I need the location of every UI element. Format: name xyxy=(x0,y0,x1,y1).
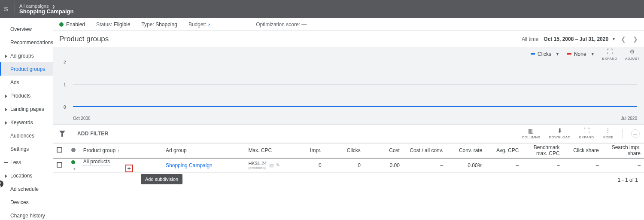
campaign-status-bar: Enabled Status: Eligible Type: Shopping … xyxy=(53,18,644,31)
chart-adjust-button[interactable]: ⚙ ADJUST xyxy=(625,48,640,61)
date-prev-button[interactable]: ❮ xyxy=(619,36,628,43)
col-cost[interactable]: Cost xyxy=(364,144,403,158)
chart-metric-secondary[interactable]: None ▼ xyxy=(567,50,595,59)
columns-icon: ▥ xyxy=(522,128,541,134)
sidebar-item-label: Ads xyxy=(10,79,19,86)
breadcrumb-current[interactable]: Shopping Campaign xyxy=(19,9,73,15)
select-all-checkbox[interactable] xyxy=(57,147,62,153)
left-sidebar: Overview Recommendations Ad groups Produ… xyxy=(0,18,53,220)
col-avg-cpc[interactable]: Avg. CPC xyxy=(486,144,522,158)
max-cpc-sub: (enhanced) xyxy=(248,166,267,170)
sidebar-less-toggle[interactable]: Less xyxy=(0,156,53,169)
metric-swatch-icon xyxy=(531,53,535,55)
col-search-impr-share[interactable]: Search impr. share xyxy=(602,144,644,158)
status-type: Type: Shopping xyxy=(141,21,177,28)
y-tick: 1 xyxy=(64,82,66,87)
sidebar-item-ad-schedule[interactable]: Ad schedule xyxy=(0,182,53,196)
chart-metric-primary[interactable]: Clicks ▼ xyxy=(531,50,559,59)
col-impr[interactable]: Impr. xyxy=(289,144,325,158)
chevron-down-icon: ▼ xyxy=(591,52,595,56)
cell-click-share: – xyxy=(563,158,602,173)
sidebar-item-landing-pages[interactable]: Landing pages xyxy=(0,102,53,116)
columns-button[interactable]: ▥COLUMNS xyxy=(522,128,541,140)
status-column-icon xyxy=(71,148,76,152)
chevron-down-icon[interactable]: ▼ xyxy=(73,167,76,171)
sidebar-item-label: Products xyxy=(10,93,30,99)
filter-icon[interactable] xyxy=(59,131,65,137)
col-max-cpc[interactable]: Max. CPC xyxy=(245,144,288,158)
table-row[interactable]: ▼ All products + Shopping Campaign HK$1.… xyxy=(53,158,644,173)
sidebar-item-keywords[interactable]: Keywords xyxy=(0,116,53,129)
sort-asc-icon: ↑ xyxy=(117,148,120,153)
cell-bench-cpc: – xyxy=(522,158,563,173)
sidebar-item-change-history[interactable]: Change history xyxy=(0,209,53,220)
sidebar-item-label: Settings xyxy=(10,146,29,152)
external-link-icon: ↗ xyxy=(207,22,210,27)
table-header-row: Product group↑ Ad group Max. CPC Impr. C… xyxy=(53,144,644,158)
chevron-down-icon: ▼ xyxy=(612,37,616,41)
chart-expand-button[interactable]: ⛶ EXPAND xyxy=(602,48,617,61)
sidebar-item-label: Audiences xyxy=(10,133,34,139)
more-vert-icon: ⋮ xyxy=(602,128,614,134)
date-next-button[interactable]: ❯ xyxy=(631,36,640,43)
x-tick: Oct 2008 xyxy=(73,116,91,121)
sidebar-item-locations[interactable]: Locations xyxy=(0,169,53,182)
sidebar-item-audiences[interactable]: Audiences xyxy=(0,129,53,142)
line-chart[interactable]: 2 1 0 xyxy=(73,62,637,115)
table-expand-button[interactable]: ⛶EXPAND xyxy=(579,128,594,140)
add-filter-button[interactable]: ADD FILTER xyxy=(77,131,108,137)
metric-swatch-icon xyxy=(567,53,571,55)
sidebar-item-settings[interactable]: Settings xyxy=(0,142,53,156)
sidebar-item-label: Devices xyxy=(10,199,29,205)
cell-avg-cpc: – xyxy=(486,158,522,173)
sidebar-item-overview[interactable]: Overview xyxy=(0,22,53,36)
sidebar-item-ads[interactable]: Ads xyxy=(0,76,53,89)
cell-impr: 0 xyxy=(289,158,325,173)
sidebar-item-devices[interactable]: Devices xyxy=(0,196,53,209)
collapse-chart-button[interactable]: ︿ xyxy=(631,129,640,138)
table-wrapper: Product group↑ Ad group Max. CPC Impr. C… xyxy=(53,143,644,173)
sidebar-item-recommendations[interactable]: Recommendations xyxy=(0,36,53,49)
date-range-value: Oct 15, 2008 – Jul 31, 2020 xyxy=(544,36,608,42)
edit-icon[interactable]: ✎ xyxy=(276,162,280,168)
col-cost-all-conv[interactable]: Cost / all conv. xyxy=(403,144,447,158)
sidebar-item-label: Landing pages xyxy=(10,106,44,112)
top-bar: S All campaigns ❯ Shopping Campaign xyxy=(0,0,644,18)
tool-separator xyxy=(622,129,623,138)
cell-product-group: All products + xyxy=(80,158,162,173)
ad-group-link[interactable]: Shopping Campaign xyxy=(166,162,213,168)
status-budget[interactable]: Budget:↗ xyxy=(188,21,210,28)
sidebar-item-products[interactable]: Products xyxy=(0,89,53,102)
col-conv-rate[interactable]: Conv. rate xyxy=(447,144,486,158)
sidebar-item-label: Locations xyxy=(10,173,32,179)
sidebar-item-product-groups[interactable]: Product groups xyxy=(0,62,53,76)
date-range-picker[interactable]: All time Oct 15, 2008 – Jul 31, 2020 ▼ ❮… xyxy=(522,36,640,43)
metric-label: None xyxy=(574,51,586,57)
download-button[interactable]: ⬇DOWNLOAD xyxy=(549,128,570,140)
sidebar-item-ad-groups[interactable]: Ad groups xyxy=(0,49,53,62)
add-subdivision-button[interactable]: + xyxy=(125,165,133,172)
expand-icon: ⛶ xyxy=(579,128,594,134)
date-range-label: All time xyxy=(522,36,538,42)
chevron-down-icon: ▼ xyxy=(556,52,559,56)
image-off-icon[interactable]: ▧ xyxy=(269,162,273,168)
status-eligible: Status: Eligible xyxy=(96,21,130,28)
sidebar-item-label: Product groups xyxy=(10,66,45,72)
table-tool-row: ADD FILTER ▥COLUMNS ⬇DOWNLOAD ⛶EXPAND ⋮M… xyxy=(53,124,644,143)
row-checkbox[interactable] xyxy=(57,162,62,168)
sidebar-item-label: Ad groups xyxy=(10,53,34,59)
main-content: Enabled Status: Eligible Type: Shopping … xyxy=(53,18,644,220)
col-click-share[interactable]: Click share xyxy=(563,144,602,158)
breadcrumb[interactable]: All campaigns ❯ Shopping Campaign xyxy=(19,3,73,15)
product-group-name[interactable]: All products xyxy=(83,159,110,165)
col-product-group[interactable]: Product group↑ xyxy=(80,144,162,158)
expand-icon: ⛶ xyxy=(602,48,617,55)
col-bench-cpc[interactable]: Benchmark max. CPC xyxy=(522,144,563,158)
col-ad-group[interactable]: Ad group xyxy=(162,144,245,158)
col-clicks[interactable]: Clicks xyxy=(325,144,364,158)
sidebar-item-label: Change history xyxy=(10,213,45,219)
sidebar-item-label: Keywords xyxy=(10,119,33,125)
page-title: Product groups xyxy=(59,35,109,43)
status-enabled[interactable]: Enabled xyxy=(59,21,85,28)
more-button[interactable]: ⋮MORE xyxy=(602,128,614,140)
